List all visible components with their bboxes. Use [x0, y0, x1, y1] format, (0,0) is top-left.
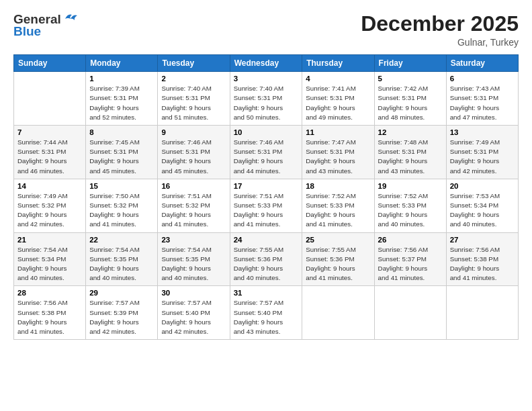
day-info: Sunrise: 7:40 AM Sunset: 5:31 PM Dayligh… [161, 84, 226, 122]
day-number: 28 [17, 289, 82, 297]
day-cell: 22Sunrise: 7:54 AM Sunset: 5:35 PM Dayli… [86, 232, 158, 286]
day-cell: 23Sunrise: 7:54 AM Sunset: 5:35 PM Dayli… [158, 232, 230, 286]
header: General Blue December 2025 Gulnar, Turke… [13, 12, 519, 48]
day-number: 27 [450, 236, 515, 244]
day-cell: 8Sunrise: 7:45 AM Sunset: 5:31 PM Daylig… [86, 126, 158, 179]
col-header-thursday: Thursday [302, 55, 374, 72]
day-number: 24 [234, 236, 299, 244]
day-cell: 3Sunrise: 7:40 AM Sunset: 5:31 PM Daylig… [230, 72, 302, 126]
day-info: Sunrise: 7:57 AM Sunset: 5:39 PM Dayligh… [89, 298, 154, 336]
day-cell: 21Sunrise: 7:54 AM Sunset: 5:34 PM Dayli… [14, 232, 86, 286]
day-number: 6 [450, 75, 515, 83]
day-cell: 16Sunrise: 7:51 AM Sunset: 5:32 PM Dayli… [158, 179, 230, 232]
day-info: Sunrise: 7:57 AM Sunset: 5:40 PM Dayligh… [161, 298, 226, 336]
day-number: 10 [234, 128, 299, 136]
day-number: 25 [306, 236, 370, 244]
day-info: Sunrise: 7:54 AM Sunset: 5:35 PM Dayligh… [161, 245, 226, 283]
col-header-wednesday: Wednesday [230, 55, 302, 72]
day-info: Sunrise: 7:40 AM Sunset: 5:31 PM Dayligh… [234, 84, 299, 122]
day-info: Sunrise: 7:52 AM Sunset: 5:33 PM Dayligh… [306, 191, 370, 230]
day-cell: 11Sunrise: 7:47 AM Sunset: 5:31 PM Dayli… [302, 126, 374, 179]
day-info: Sunrise: 7:44 AM Sunset: 5:31 PM Dayligh… [17, 138, 82, 176]
day-cell: 27Sunrise: 7:56 AM Sunset: 5:38 PM Dayli… [446, 232, 518, 286]
day-info: Sunrise: 7:53 AM Sunset: 5:34 PM Dayligh… [450, 191, 515, 230]
day-cell: 20Sunrise: 7:53 AM Sunset: 5:34 PM Dayli… [446, 179, 518, 232]
col-header-monday: Monday [86, 55, 158, 72]
day-info: Sunrise: 7:56 AM Sunset: 5:38 PM Dayligh… [17, 298, 82, 336]
day-info: Sunrise: 7:45 AM Sunset: 5:31 PM Dayligh… [89, 138, 154, 176]
day-number: 26 [378, 236, 443, 244]
calendar-table: SundayMondayTuesdayWednesdayThursdayFrid… [13, 54, 519, 340]
day-number: 1 [89, 75, 154, 83]
week-row-5: 28Sunrise: 7:56 AM Sunset: 5:38 PM Dayli… [14, 286, 519, 340]
day-cell: 4Sunrise: 7:41 AM Sunset: 5:31 PM Daylig… [302, 72, 374, 126]
day-info: Sunrise: 7:54 AM Sunset: 5:35 PM Dayligh… [89, 245, 154, 283]
day-number: 4 [306, 75, 370, 83]
day-info: Sunrise: 7:56 AM Sunset: 5:38 PM Dayligh… [450, 245, 515, 283]
col-header-tuesday: Tuesday [158, 55, 230, 72]
col-header-sunday: Sunday [14, 55, 86, 72]
day-number: 8 [89, 128, 154, 136]
day-cell: 30Sunrise: 7:57 AM Sunset: 5:40 PM Dayli… [158, 286, 230, 340]
day-cell: 6Sunrise: 7:43 AM Sunset: 5:31 PM Daylig… [446, 72, 518, 126]
day-number: 14 [17, 182, 82, 190]
day-number: 11 [306, 128, 370, 136]
week-row-1: 1Sunrise: 7:39 AM Sunset: 5:31 PM Daylig… [14, 72, 519, 126]
day-number: 29 [89, 289, 154, 297]
day-cell: 13Sunrise: 7:49 AM Sunset: 5:31 PM Dayli… [446, 126, 518, 179]
day-number: 19 [378, 182, 443, 190]
day-cell: 2Sunrise: 7:40 AM Sunset: 5:31 PM Daylig… [158, 72, 230, 126]
day-info: Sunrise: 7:56 AM Sunset: 5:37 PM Dayligh… [378, 245, 443, 283]
day-number: 21 [17, 236, 82, 244]
month-title: December 2025 [361, 12, 519, 36]
day-cell: 12Sunrise: 7:48 AM Sunset: 5:31 PM Dayli… [374, 126, 446, 179]
day-info: Sunrise: 7:51 AM Sunset: 5:33 PM Dayligh… [234, 191, 299, 230]
day-cell: 14Sunrise: 7:49 AM Sunset: 5:32 PM Dayli… [14, 179, 86, 232]
title-block: December 2025 Gulnar, Turkey [361, 12, 519, 48]
day-info: Sunrise: 7:49 AM Sunset: 5:31 PM Dayligh… [450, 138, 515, 176]
week-row-4: 21Sunrise: 7:54 AM Sunset: 5:34 PM Dayli… [14, 232, 519, 286]
day-cell: 25Sunrise: 7:55 AM Sunset: 5:36 PM Dayli… [302, 232, 374, 286]
day-number: 3 [234, 75, 299, 83]
day-number: 7 [17, 128, 82, 136]
day-cell: 10Sunrise: 7:46 AM Sunset: 5:31 PM Dayli… [230, 126, 302, 179]
day-number: 15 [89, 182, 154, 190]
day-number: 2 [161, 75, 226, 83]
day-info: Sunrise: 7:54 AM Sunset: 5:34 PM Dayligh… [17, 245, 82, 283]
day-number: 30 [161, 289, 226, 297]
day-info: Sunrise: 7:50 AM Sunset: 5:32 PM Dayligh… [89, 191, 154, 230]
day-cell: 26Sunrise: 7:56 AM Sunset: 5:37 PM Dayli… [374, 232, 446, 286]
week-row-3: 14Sunrise: 7:49 AM Sunset: 5:32 PM Dayli… [14, 179, 519, 232]
day-info: Sunrise: 7:49 AM Sunset: 5:32 PM Dayligh… [17, 191, 82, 230]
day-info: Sunrise: 7:47 AM Sunset: 5:31 PM Dayligh… [306, 138, 370, 176]
day-cell: 18Sunrise: 7:52 AM Sunset: 5:33 PM Dayli… [302, 179, 374, 232]
day-info: Sunrise: 7:51 AM Sunset: 5:32 PM Dayligh… [161, 191, 226, 230]
col-header-saturday: Saturday [446, 55, 518, 72]
day-info: Sunrise: 7:43 AM Sunset: 5:31 PM Dayligh… [450, 84, 515, 122]
day-number: 9 [161, 128, 226, 136]
day-info: Sunrise: 7:52 AM Sunset: 5:33 PM Dayligh… [378, 191, 443, 230]
logo-blue: Blue [13, 24, 41, 39]
day-number: 13 [450, 128, 515, 136]
day-cell [14, 72, 86, 126]
day-cell: 24Sunrise: 7:55 AM Sunset: 5:36 PM Dayli… [230, 232, 302, 286]
day-cell [446, 286, 518, 340]
day-cell: 17Sunrise: 7:51 AM Sunset: 5:33 PM Dayli… [230, 179, 302, 232]
day-cell: 19Sunrise: 7:52 AM Sunset: 5:33 PM Dayli… [374, 179, 446, 232]
week-row-2: 7Sunrise: 7:44 AM Sunset: 5:31 PM Daylig… [14, 126, 519, 179]
day-cell: 28Sunrise: 7:56 AM Sunset: 5:38 PM Dayli… [14, 286, 86, 340]
day-number: 16 [161, 182, 226, 190]
day-number: 20 [450, 182, 515, 190]
day-cell: 31Sunrise: 7:57 AM Sunset: 5:40 PM Dayli… [230, 286, 302, 340]
day-info: Sunrise: 7:46 AM Sunset: 5:31 PM Dayligh… [234, 138, 299, 176]
day-info: Sunrise: 7:46 AM Sunset: 5:31 PM Dayligh… [161, 138, 226, 176]
day-number: 5 [378, 75, 443, 83]
day-cell: 29Sunrise: 7:57 AM Sunset: 5:39 PM Dayli… [86, 286, 158, 340]
day-cell: 15Sunrise: 7:50 AM Sunset: 5:32 PM Dayli… [86, 179, 158, 232]
page: General Blue December 2025 Gulnar, Turke… [0, 0, 532, 411]
logo-bird-icon [62, 12, 77, 24]
day-cell [302, 286, 374, 340]
day-info: Sunrise: 7:48 AM Sunset: 5:31 PM Dayligh… [378, 138, 443, 176]
day-cell: 7Sunrise: 7:44 AM Sunset: 5:31 PM Daylig… [14, 126, 86, 179]
day-cell: 1Sunrise: 7:39 AM Sunset: 5:31 PM Daylig… [86, 72, 158, 126]
